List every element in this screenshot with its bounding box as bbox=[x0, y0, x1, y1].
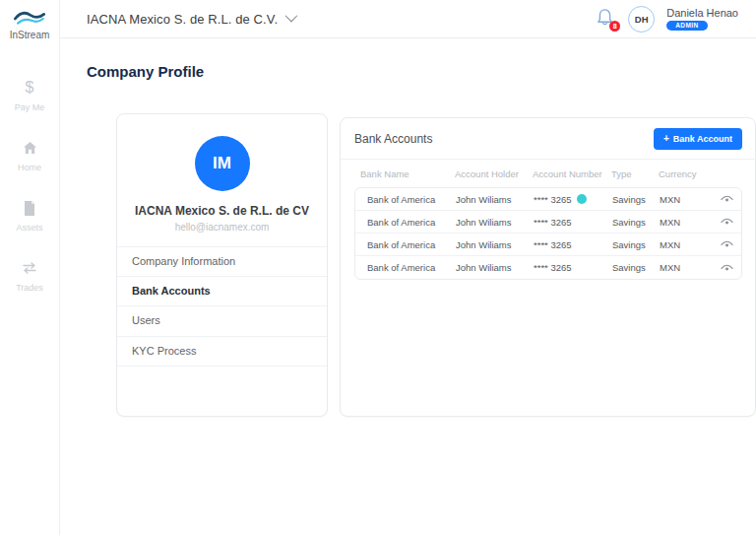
bank-panel-title: Bank Accounts bbox=[354, 132, 432, 146]
view-account-button[interactable] bbox=[702, 217, 733, 227]
eye-icon[interactable] bbox=[721, 194, 733, 204]
user-avatar[interactable]: DH bbox=[628, 6, 655, 33]
cell-currency: MXN bbox=[660, 217, 702, 228]
content-cards: IM IACNA Mexico S. de R.L. de CV hello@i… bbox=[116, 113, 756, 417]
eye-icon[interactable] bbox=[721, 263, 733, 273]
brand-name: InStream bbox=[0, 30, 59, 40]
cell-currency: MXN bbox=[660, 239, 702, 250]
left-sidebar: InStream $Pay MeHomeAssetsTrades bbox=[0, 0, 60, 535]
column-header-type: Type bbox=[611, 168, 659, 179]
cell-currency: MXN bbox=[660, 194, 702, 205]
dollar-icon: $ bbox=[0, 78, 59, 98]
view-account-button[interactable] bbox=[702, 194, 733, 204]
cell-account-holder: John Wiliams bbox=[456, 262, 534, 273]
home-icon bbox=[0, 138, 59, 158]
table-row: Bank of AmericaJohn Wiliams**** 3265Savi… bbox=[355, 211, 741, 234]
cell-type: Savings bbox=[612, 239, 660, 250]
company-profile-card: IM IACNA Mexico S. de R.L. de CV hello@i… bbox=[116, 113, 328, 417]
cell-bank-name: Bank of America bbox=[367, 262, 456, 273]
add-bank-account-button[interactable]: + Bank Account bbox=[654, 128, 742, 150]
brand-logo[interactable]: InStream bbox=[0, 0, 59, 40]
view-account-button[interactable] bbox=[702, 263, 733, 273]
cell-bank-name: Bank of America bbox=[367, 217, 456, 228]
sidebar-item-label: Home bbox=[0, 163, 59, 172]
sidebar-item-home[interactable]: Home bbox=[0, 138, 59, 172]
table-row: Bank of AmericaJohn Wiliams**** 3265Savi… bbox=[355, 188, 741, 211]
company-name: IACNA Mexico S. de R.L. de CV bbox=[117, 204, 327, 218]
table-body: Bank of AmericaJohn Wiliams**** 3265Savi… bbox=[354, 187, 742, 280]
bank-panel-header: Bank Accounts + Bank Account bbox=[341, 118, 755, 160]
profile-menu-item-bank-accounts[interactable]: Bank Accounts bbox=[117, 276, 327, 305]
plus-icon: + bbox=[663, 134, 669, 144]
company-selector[interactable]: IACNA Mexico S. de R.L. de C.V. bbox=[87, 12, 294, 27]
menu-divider bbox=[117, 366, 327, 367]
view-account-button[interactable] bbox=[702, 239, 733, 249]
cell-account-number: **** 3265 bbox=[534, 217, 612, 228]
profile-menu-item-kyc-process[interactable]: KYC Process bbox=[117, 336, 327, 366]
column-header-currency: Currency bbox=[659, 168, 701, 179]
company-avatar: IM bbox=[195, 136, 250, 191]
company-selector-label: IACNA Mexico S. de R.L. de C.V. bbox=[87, 12, 278, 27]
sidebar-item-label: Trades bbox=[0, 283, 59, 293]
notifications-button[interactable]: 8 bbox=[597, 8, 616, 30]
top-header: IACNA Mexico S. de R.L. de C.V. 8 DH Dan… bbox=[60, 0, 756, 38]
sidebar-item-trades[interactable]: Trades bbox=[0, 258, 59, 293]
cell-account-holder: John Wiliams bbox=[456, 194, 534, 205]
cell-type: Savings bbox=[612, 217, 660, 228]
verified-badge-icon bbox=[577, 194, 587, 204]
table-row: Bank of AmericaJohn Wiliams**** 3265Savi… bbox=[355, 256, 741, 279]
eye-icon[interactable] bbox=[721, 239, 733, 249]
cell-type: Savings bbox=[612, 262, 660, 273]
user-meta: Daniela Henao ADMIN bbox=[666, 7, 738, 32]
profile-menu-item-company-information[interactable]: Company Information bbox=[117, 246, 327, 276]
bank-accounts-table: Bank NameAccount HolderAccount NumberTyp… bbox=[354, 160, 742, 280]
cell-account-number: **** 3265 bbox=[534, 262, 612, 273]
header-right: 8 DH Daniela Henao ADMIN bbox=[597, 6, 738, 33]
cell-account-holder: John Wiliams bbox=[456, 217, 534, 228]
notification-count-badge: 8 bbox=[609, 21, 620, 32]
company-email: hello@iacnamex.com bbox=[117, 222, 327, 233]
cell-account-holder: John Wiliams bbox=[456, 239, 534, 250]
cell-bank-name: Bank of America bbox=[367, 194, 456, 205]
chevron-down-icon bbox=[285, 10, 298, 23]
user-role-badge: ADMIN bbox=[666, 21, 707, 32]
table-row: Bank of AmericaJohn Wiliams**** 3265Savi… bbox=[355, 234, 741, 256]
sidebar-nav: $Pay MeHomeAssetsTrades bbox=[0, 78, 59, 293]
page-title: Company Profile bbox=[87, 63, 756, 80]
account-number-text: **** 3265 bbox=[534, 262, 572, 273]
user-name: Daniela Henao bbox=[666, 7, 738, 19]
sidebar-item-label: Pay Me bbox=[0, 102, 59, 112]
wave-logo-icon bbox=[11, 8, 48, 30]
cell-account-number: **** 3265 bbox=[534, 194, 612, 205]
account-number-text: **** 3265 bbox=[534, 217, 572, 228]
column-header-bank-name: Bank Name bbox=[360, 168, 455, 179]
transfer-icon bbox=[0, 258, 59, 278]
document-icon bbox=[0, 198, 59, 218]
cell-account-number: **** 3265 bbox=[534, 239, 612, 250]
account-number-text: **** 3265 bbox=[534, 194, 572, 205]
column-header-account-number: Account Number bbox=[533, 168, 611, 179]
cell-currency: MXN bbox=[660, 262, 702, 273]
profile-menu: Company InformationBank AccountsUsersKYC… bbox=[117, 246, 327, 367]
main-content: Company Profile IM IACNA Mexico S. de R.… bbox=[60, 38, 756, 535]
cell-bank-name: Bank of America bbox=[367, 239, 456, 250]
profile-menu-item-users[interactable]: Users bbox=[117, 305, 327, 335]
add-bank-account-label: Bank Account bbox=[673, 134, 732, 144]
sidebar-item-pay-me[interactable]: $Pay Me bbox=[0, 78, 59, 112]
bank-accounts-panel: Bank Accounts + Bank Account Bank NameAc… bbox=[340, 117, 756, 417]
sidebar-item-label: Assets bbox=[0, 223, 59, 233]
account-number-text: **** 3265 bbox=[534, 239, 572, 250]
cell-type: Savings bbox=[612, 194, 660, 205]
column-header-account-holder: Account Holder bbox=[455, 168, 533, 179]
eye-icon[interactable] bbox=[721, 217, 733, 227]
table-header-row: Bank NameAccount HolderAccount NumberTyp… bbox=[354, 160, 742, 187]
sidebar-item-assets[interactable]: Assets bbox=[0, 198, 59, 233]
